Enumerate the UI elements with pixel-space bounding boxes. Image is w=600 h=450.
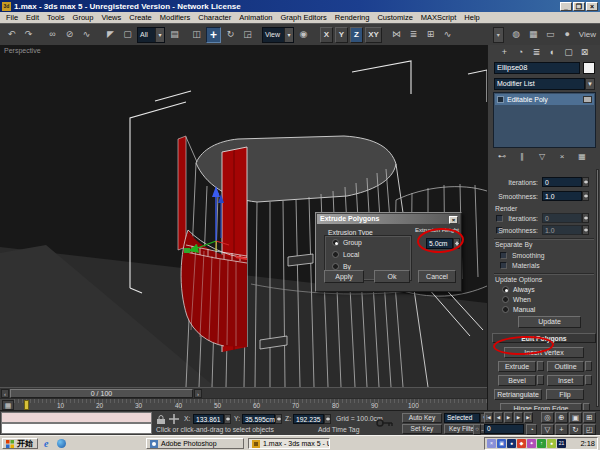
dialog-close-icon[interactable]: × [449, 216, 458, 224]
menu-item[interactable]: Help [460, 13, 483, 22]
selection-lock-icon[interactable] [156, 414, 166, 425]
minimize-button[interactable]: _ [560, 2, 572, 11]
prev-frame-button[interactable]: ◀ [494, 412, 503, 423]
tray-icon-8[interactable]: 21 [557, 439, 566, 448]
radio-by[interactable] [332, 263, 339, 270]
radio-by-row[interactable]: By [332, 263, 351, 270]
extrude-settings-icon[interactable] [537, 361, 544, 371]
mini-curve-editor-button[interactable]: ▦ [2, 400, 14, 410]
tab-motion[interactable]: ◐ [546, 46, 559, 58]
time-configuration-button[interactable]: ◔ [526, 424, 537, 435]
render-smoothness-field[interactable]: 1.0 [542, 225, 582, 235]
zoom-region-button[interactable]: ▽ [541, 424, 554, 435]
z-coordinate-field[interactable]: 192.235 [293, 414, 324, 424]
menu-item[interactable]: Character [194, 13, 235, 22]
align-icon[interactable]: ≣ [406, 27, 421, 43]
show-end-result-icon[interactable]: ∥ [516, 151, 528, 163]
radio-local[interactable] [332, 251, 339, 258]
reference-coordinate-dropdown[interactable]: View [262, 27, 294, 43]
undo-icon[interactable]: ↶ [4, 27, 19, 43]
start-button[interactable]: 开始 [2, 438, 38, 449]
use-pivot-center-icon[interactable]: ◉ [296, 27, 311, 43]
zoom-extents-button[interactable]: ▣ [569, 412, 582, 423]
menu-item[interactable]: Edit [22, 13, 43, 22]
tab-create[interactable]: + [498, 46, 511, 58]
outline-button[interactable]: Outline [547, 361, 584, 372]
add-time-tag[interactable]: Add Time Tag [318, 426, 359, 433]
taskbar-item-photoshop[interactable]: Adobe Photoshop [146, 438, 244, 449]
key-filter-selected-dropdown[interactable]: Selected [444, 413, 480, 423]
tray-icon-2[interactable]: ▣ [497, 439, 506, 448]
play-button[interactable]: ▶ [504, 412, 513, 423]
rect-selection-region-icon[interactable]: ▢ [120, 27, 135, 43]
smoothness-spinner[interactable] [582, 191, 589, 201]
menu-item[interactable]: Tools [43, 13, 69, 22]
time-marker[interactable] [24, 400, 29, 410]
menu-item[interactable]: Customize [373, 13, 416, 22]
transform-typein-icon[interactable] [169, 414, 179, 425]
inset-button[interactable]: Inset [547, 375, 584, 386]
zoom-extents-all-button[interactable]: ⊞ [583, 412, 596, 423]
taskbar-item-3dsmax[interactable]: 1.max - 3ds max 5 - Unre... [248, 438, 330, 449]
time-slider[interactable]: ‹ 0 / 100 › [0, 387, 487, 398]
window-crossing-icon[interactable]: ◫ [189, 27, 204, 43]
y-coordinate-field[interactable]: 35.595cm [242, 414, 275, 424]
internet-explorer-icon[interactable]: e [44, 439, 53, 448]
menu-item[interactable]: File [2, 13, 22, 22]
modifier-list-arrow-icon[interactable]: ▼ [585, 78, 595, 90]
flip-button[interactable]: Flip [546, 389, 584, 400]
menu-item[interactable]: Views [97, 13, 125, 22]
select-by-name-icon[interactable]: ▤ [167, 27, 182, 43]
menu-item[interactable]: Create [125, 13, 156, 22]
update-when-row[interactable]: When [502, 296, 531, 303]
modifier-stack[interactable]: Editable Poly [493, 92, 596, 148]
object-name-field[interactable]: Ellipse08 [494, 62, 580, 74]
select-and-rotate-icon[interactable]: ↻ [223, 27, 238, 43]
select-and-link-icon[interactable]: ∞ [45, 27, 60, 43]
tab-display[interactable]: ▢ [562, 46, 575, 58]
iterations-field[interactable]: 0 [542, 177, 582, 187]
render-type-icon[interactable]: ▭ [543, 27, 558, 43]
hinge-settings-icon[interactable] [583, 403, 590, 410]
menu-item[interactable]: Animation [235, 13, 276, 22]
zoom-button[interactable]: ◎ [541, 412, 554, 423]
curve-editor-icon[interactable]: ∿ [440, 27, 455, 43]
min-max-toggle-button[interactable]: ◰ [583, 424, 596, 435]
modifier-list-dropdown[interactable]: Modifier List [494, 78, 585, 90]
tray-icon-6[interactable]: ↑ [537, 439, 546, 448]
quick-render-icon[interactable]: ● [560, 27, 575, 43]
ok-button[interactable]: Ok [374, 270, 410, 283]
inset-settings-icon[interactable] [585, 375, 592, 385]
render-iterations-checkbox[interactable] [496, 215, 503, 222]
tray-icon-4[interactable]: ◆ [517, 439, 526, 448]
time-slider-button[interactable]: 0 / 100 [10, 389, 193, 398]
maxscript-listener-pink[interactable] [1, 412, 152, 423]
select-and-scale-icon[interactable]: ◲ [240, 27, 255, 43]
tray-icon-5[interactable]: ✦ [527, 439, 536, 448]
tray-icon-7[interactable]: ● [547, 439, 556, 448]
render-view-label[interactable]: View [579, 27, 596, 43]
selection-filter-dropdown[interactable]: All [137, 27, 165, 43]
current-frame-field[interactable]: 0 [484, 424, 524, 434]
remove-modifier-icon[interactable]: × [556, 151, 568, 163]
select-object-icon[interactable]: ◤ [103, 27, 118, 43]
pan-button[interactable]: + [555, 424, 568, 435]
set-key-button[interactable]: Set Key [402, 424, 442, 434]
apply-button[interactable]: Apply [324, 270, 364, 283]
time-slider-right-arrow-icon[interactable]: › [194, 389, 202, 398]
arc-rotate-button[interactable]: ↻ [569, 424, 582, 435]
radio-local-row[interactable]: Local [332, 251, 359, 258]
quick-launch-icon[interactable] [57, 439, 66, 448]
unlink-selection-icon[interactable]: ⊘ [62, 27, 77, 43]
bevel-settings-icon[interactable] [537, 375, 544, 385]
materials-checkbox[interactable] [500, 262, 507, 269]
dialog-titlebar[interactable]: Extrude Polygons × [317, 214, 460, 224]
redo-icon[interactable]: ↷ [21, 27, 36, 43]
tab-utilities[interactable]: ⊠ [578, 46, 591, 58]
render-smoothness-spinner[interactable] [582, 225, 589, 235]
tray-icon-3[interactable]: ● [507, 439, 516, 448]
outline-settings-icon[interactable] [585, 361, 592, 371]
update-manual-radio[interactable] [502, 306, 509, 313]
restrict-z-button[interactable]: Z [350, 27, 363, 43]
bevel-button[interactable]: Bevel [498, 375, 536, 386]
